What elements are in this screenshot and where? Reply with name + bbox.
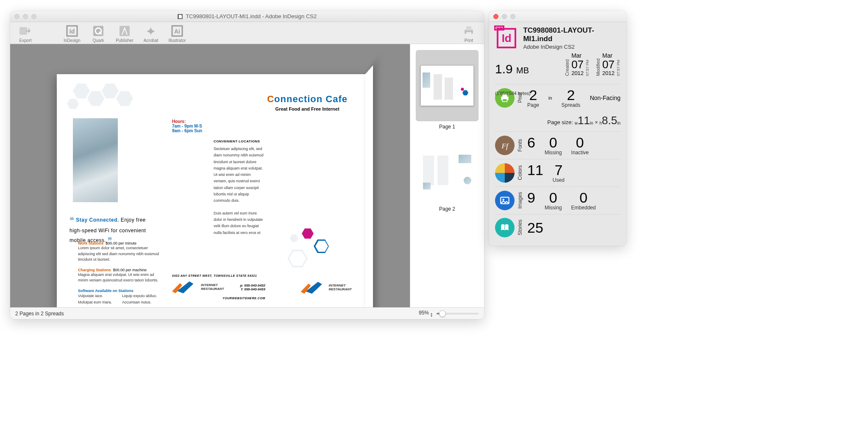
thumb-label: Page 2 <box>439 206 455 212</box>
info-app: Adobe InDesign CS2 <box>523 44 620 50</box>
soft-cols: Vulputate iace.Molutpat eum mara. Liquip… <box>78 293 163 306</box>
colors-icon <box>495 163 515 183</box>
page-size: Page size: w11in × h8.5in <box>495 111 620 131</box>
footer-contacts: p: 555-543-5432 f: 555-543-5433 <box>240 284 265 291</box>
quote-open-icon: ❝ <box>70 216 75 225</box>
hex-icon <box>290 234 298 242</box>
quark-icon <box>92 25 105 37</box>
hours-line: 7am - 9pm M-S <box>172 124 202 128</box>
window-title: TC9980801-LAYOUT-MI1.indd - Adobe InDesi… <box>10 13 484 19</box>
indesign-button[interactable]: Id InDesign <box>62 25 82 43</box>
stat-images: Images 9 0Missing 0Embedded <box>495 186 620 214</box>
stat-print: Print 2Page in 2Spreads Non-Facing <box>495 84 620 111</box>
main-window: TC9980801-LAYOUT-MI1.indd - Adobe InDesi… <box>10 11 484 319</box>
charge-body: Magna aliquam erat volutpat. Ut wisi eni… <box>78 272 163 284</box>
info-size: 1.9 MB <box>495 62 529 76</box>
locations-head: CONVENIENT LOCATIONS <box>214 139 264 143</box>
acrobat-button[interactable]: Acrobat <box>141 25 161 43</box>
illustrator-label: Illustrator <box>168 38 186 43</box>
acrobat-label: Acrobat <box>144 38 158 43</box>
brand-title: Connection Cafe <box>267 94 348 105</box>
illustrator-button[interactable]: Ai Illustrator <box>167 25 187 43</box>
page-fold <box>365 65 373 307</box>
footer-addr: 5432 ANY STREET WEST, TOWNSVILLE STATE 5… <box>172 274 265 277</box>
modified-label: Modified <box>595 58 601 76</box>
logo-text: INTERNETRESTAURANT <box>328 284 352 292</box>
quark-button[interactable]: Quark <box>88 25 108 43</box>
zoom-dot[interactable] <box>510 14 515 19</box>
hex-icon <box>302 228 314 239</box>
content-area: Connection Cafe Great Food and Free Inte… <box>10 44 484 307</box>
created-time: 07:57 PM <box>585 60 590 76</box>
indesign-label: InDesign <box>64 38 80 43</box>
fonts-icon: Ff <box>495 136 515 155</box>
page-thumb-1[interactable]: Page 1 <box>416 50 479 130</box>
hex-icon <box>73 83 90 98</box>
modified-time: 07:57 PM <box>616 60 620 76</box>
export-button[interactable]: Export <box>15 25 36 43</box>
export-label: Export <box>19 38 32 43</box>
svg-point-18 <box>503 198 504 200</box>
locations-body: Sectetuer adipiscing elit, sed diam nonu… <box>214 146 264 204</box>
statusbar: 2 Pages in 2 Spreads 95%▴▾ <box>10 307 484 319</box>
info-bytes: (1'859'584 bytes) <box>495 91 531 96</box>
facing-label: Non-Facing <box>590 95 620 101</box>
zoom-value: 95%▴▾ <box>419 310 432 317</box>
soft-label: Software Available on Stations <box>78 289 163 293</box>
zoom-stepper[interactable]: ▴▾ <box>431 312 432 317</box>
print-icon <box>462 25 476 37</box>
stat-stories: Stories 25 <box>495 214 620 241</box>
page-thumb-2[interactable]: Page 2 <box>416 140 479 212</box>
export-icon <box>19 25 32 37</box>
fonts-label: Fonts <box>517 139 523 152</box>
publisher-button[interactable]: Publisher <box>114 25 135 43</box>
document-page: Connection Cafe Great Food and Free Inte… <box>57 74 371 307</box>
brand-subtitle: Great Food and Free Internet <box>267 106 348 111</box>
zoom-knob[interactable] <box>439 310 446 317</box>
created-label: Created <box>565 59 570 76</box>
titlebar: TC9980801-LAYOUT-MI1.indd - Adobe InDesi… <box>10 11 484 22</box>
status-pages: 2 Pages in 2 Spreads <box>15 311 64 317</box>
logo-icon <box>172 281 197 293</box>
hours-line: 9am - 6pm Sun <box>172 128 202 133</box>
minimize-dot[interactable] <box>502 14 507 19</box>
charge-row: Charging Stations $00.00 per machine <box>78 268 163 272</box>
hex-icon <box>116 91 133 106</box>
hex-icon <box>87 91 104 106</box>
toolbar: Export Id InDesign Quark Publisher <box>10 22 484 44</box>
print-label: Print <box>465 38 473 43</box>
acrobat-icon <box>144 25 158 37</box>
close-dot[interactable] <box>493 14 498 19</box>
in-label: in <box>548 95 552 100</box>
print-stat-label: Print <box>517 92 523 103</box>
work-body: Lorem ipsum dolor sit amet, consectetuer… <box>78 245 163 263</box>
hours-label: Hours: <box>172 119 202 124</box>
work-row: Work Stations $00.00 per minute <box>78 241 163 245</box>
indesign-icon: Id <box>65 25 79 37</box>
colors-label: Colors <box>517 165 523 180</box>
svg-rect-11 <box>466 32 471 36</box>
print-button[interactable]: Print <box>459 25 479 43</box>
svg-text:Ai: Ai <box>174 28 180 35</box>
zoom-slider[interactable] <box>437 313 479 314</box>
illustrator-icon: Ai <box>170 25 184 37</box>
stat-colors: Colors 11 7Used <box>495 159 620 186</box>
hex-icon <box>102 83 119 98</box>
hero-photo <box>73 118 118 202</box>
publisher-label: Publisher <box>116 38 134 43</box>
modified-date: Mar 07 2012 <box>602 53 615 76</box>
canvas[interactable]: Connection Cafe Great Food and Free Inte… <box>10 44 410 307</box>
svg-text:Ff: Ff <box>501 142 509 150</box>
info-titlebar <box>489 11 626 22</box>
info-window: CS2 TC9980801-LAYOUT-MI1.indd Adobe InDe… <box>489 11 626 246</box>
footer-site: YOURWEBSITEHERE.COM <box>172 297 265 300</box>
thumb-label: Page 1 <box>439 124 455 130</box>
svg-text:Id: Id <box>70 28 75 35</box>
logo-icon <box>300 282 325 294</box>
stat-fonts: Ff Fonts 6 0Missing 0Inactive <box>495 131 620 159</box>
images-icon <box>495 191 515 210</box>
logo-text: INTERNETRESTAURANT <box>201 284 224 291</box>
locations-body2: Duis autem vel eum iriure dolor in hendr… <box>214 210 264 236</box>
svg-rect-1 <box>19 27 27 35</box>
publisher-icon <box>118 25 131 37</box>
